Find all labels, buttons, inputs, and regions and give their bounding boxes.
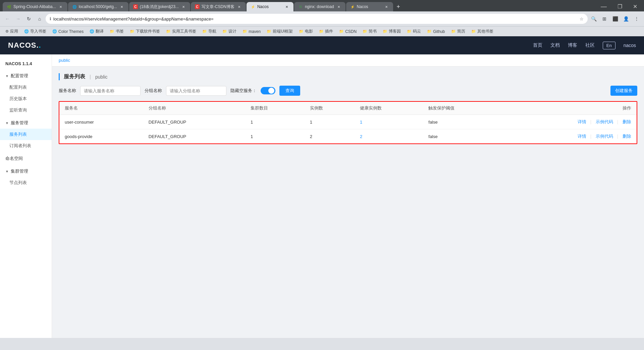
nav-docs[interactable]: 文档 <box>550 41 560 50</box>
forward-button[interactable]: → <box>13 14 23 24</box>
bookmark-nav-label: 导航 <box>208 29 216 34</box>
extensions-icon[interactable]: ⬛ <box>610 14 620 24</box>
bookmark-plugin[interactable]: 📁 插件 <box>316 28 336 35</box>
page-content: 服务列表 ｜ public 服务名称 分组名称 隐藏空服务： 查询 创建服务 <box>52 67 644 151</box>
bookmark-nav[interactable]: 📁 导航 <box>200 28 219 35</box>
tab-close-localhost[interactable]: ✕ <box>119 4 124 9</box>
tab-joker[interactable]: C (18条消息)jokerdj23... ✕ <box>129 2 190 11</box>
address-bar[interactable]: ℹ localhost/nacos/#/serviceManagement?da… <box>46 14 588 24</box>
tab-close-nacos2[interactable]: ✕ <box>384 4 389 9</box>
bookmark-movie[interactable]: 📁 电影 <box>296 28 316 35</box>
sidebar-section-service-header[interactable]: ▼ 服务管理 <box>0 117 52 129</box>
cluster-section-label: 集群管理 <box>11 168 28 174</box>
page-title: 服务列表 <box>64 73 85 80</box>
reload-button[interactable]: ↻ <box>24 14 34 24</box>
new-tab-button[interactable]: + <box>394 2 403 11</box>
tab-close-csdn[interactable]: ✕ <box>236 4 242 9</box>
sidebar-item-subscribers[interactable]: 订阅者列表 <box>0 140 52 151</box>
nav-home[interactable]: 首页 <box>533 41 542 50</box>
tab-close-spring[interactable]: ✕ <box>58 4 63 9</box>
bookmark-design[interactable]: 📁 设计 <box>220 28 239 35</box>
sidebar-section-cluster-header[interactable]: ▼ 集群管理 <box>0 166 52 177</box>
row1-threshold: false <box>423 115 501 129</box>
bookmark-icon[interactable]: ⊞ <box>600 14 609 24</box>
bookmark-apps[interactable]: ⚙ 应用 <box>3 28 21 35</box>
query-button[interactable]: 查询 <box>279 86 300 96</box>
sidebar-section-config-header[interactable]: ▼ 配置管理 <box>0 70 52 82</box>
tab-nginx[interactable]: N nginx: download ✕ <box>294 2 345 11</box>
bookmark-tools[interactable]: 📁 实用工具书签 <box>163 28 199 35</box>
sidebar-section-namespace-header[interactable]: 命名空间 <box>0 153 52 164</box>
bookmark-github[interactable]: 📁 Github <box>424 28 447 35</box>
row1-sample-link[interactable]: 示例代码 <box>596 119 613 124</box>
bookmark-translate[interactable]: 🌐 翻译 <box>87 28 106 35</box>
bookmark-jianshu[interactable]: 📁 简书 <box>360 28 379 35</box>
bookmark-bookmarks[interactable]: 📁 书签 <box>107 28 126 35</box>
home-button[interactable]: ⌂ <box>35 14 44 24</box>
bookmarks-folder-icon: 📁 <box>110 29 114 34</box>
tab-close-joker[interactable]: ✕ <box>181 4 186 9</box>
bookmark-color-themes[interactable]: 🌐 Color Themes <box>50 28 86 35</box>
tab-nacos-active[interactable]: ⚡ Nacos ✕ <box>247 2 293 11</box>
breadcrumb-link[interactable]: public <box>59 58 70 63</box>
bookmark-ui[interactable]: 📁 前端UI框架 <box>264 28 296 35</box>
config-section-label: 配置管理 <box>11 73 28 79</box>
sidebar-item-config-list[interactable]: 配置列表 <box>0 82 52 93</box>
nav-blog[interactable]: 博客 <box>568 41 577 50</box>
table-header: 服务名 分组名称 集群数目 实例数 健康实例数 触发保护阈值 操作 <box>59 102 637 115</box>
tab-title-nacos2: Nacos <box>357 4 382 9</box>
row2-detail-link[interactable]: 详情 <box>578 134 586 139</box>
service-name-input[interactable] <box>80 86 141 96</box>
bookmark-import[interactable]: 🌐 导入书签 <box>21 28 49 35</box>
language-button[interactable]: En <box>603 42 615 49</box>
bookmark-translate-label: 翻译 <box>96 29 104 34</box>
tab-close-nacos[interactable]: ✕ <box>284 4 289 9</box>
back-button[interactable]: ← <box>3 14 12 24</box>
bookmark-gitee[interactable]: 📁 码云 <box>404 28 424 35</box>
tab-spring[interactable]: 🌿 Spring-Clouid-Alibaba... ✕ <box>3 2 67 11</box>
tab-localhost[interactable]: 🌐 localhost:5000/getg... ✕ <box>68 2 128 11</box>
group-name-input[interactable] <box>166 86 226 96</box>
tab-nacos2[interactable]: ⚡ Nacos ✕ <box>346 2 393 11</box>
more-icon[interactable]: ⋮ <box>632 14 641 24</box>
minimize-button[interactable]: — <box>597 2 611 11</box>
bookmark-resume[interactable]: 📁 简历 <box>448 28 468 35</box>
bookmark-maven[interactable]: 📁 maven <box>240 28 263 35</box>
sidebar-item-monitor[interactable]: 监听查询 <box>0 104 52 116</box>
tab-csdn[interactable]: C 写文章-CSDN博客 ✕ <box>191 2 246 11</box>
row1-delete-link[interactable]: 删除 <box>623 119 631 124</box>
row1-healthy-count: 1 <box>355 115 423 129</box>
create-service-button[interactable]: 创建服务 <box>610 86 637 96</box>
close-button[interactable]: ✕ <box>629 2 641 11</box>
nav-icons: 🔍 ⊞ ⬛ 👤 ⋮ <box>589 14 641 24</box>
bookmark-download[interactable]: 📁 下载软件书签 <box>127 28 163 35</box>
bookmark-bokeyuan[interactable]: 📁 博客园 <box>380 28 404 35</box>
sidebar-item-history[interactable]: 历史版本 <box>0 93 52 104</box>
bookmark-csdn[interactable]: 📁 CSDN <box>336 28 359 35</box>
page-header: 服务列表 ｜ public <box>59 73 637 80</box>
col-service-name: 服务名 <box>59 102 143 115</box>
col-cluster-count: 集群数目 <box>245 102 305 115</box>
tab-favicon-spring: 🌿 <box>7 4 11 9</box>
tab-close-nginx[interactable]: ✕ <box>336 4 341 9</box>
maximize-button[interactable]: ❐ <box>613 2 626 11</box>
row2-sample-link[interactable]: 示例代码 <box>596 134 613 139</box>
hidden-service-toggle[interactable] <box>261 87 275 94</box>
tab-bar: 🌿 Spring-Clouid-Alibaba... ✕ 🌐 localhost… <box>0 0 644 11</box>
sidebar-item-service-list[interactable]: 服务列表 <box>0 129 52 140</box>
bokeyuan-icon: 📁 <box>383 29 387 34</box>
sidebar-version: NACOS 1.1.4 <box>0 57 52 69</box>
nav-community[interactable]: 社区 <box>585 41 595 50</box>
bookmark-others[interactable]: 📁 其他书签 <box>469 28 496 35</box>
row2-delete-link[interactable]: 删除 <box>623 134 631 139</box>
search-nav-icon[interactable]: 🔍 <box>589 14 598 24</box>
user-label[interactable]: nacos <box>624 43 636 48</box>
row1-group: DEFAULT_GROUP <box>143 115 245 129</box>
row1-detail-link[interactable]: 详情 <box>578 119 586 124</box>
star-icon[interactable]: ☆ <box>580 16 584 21</box>
tab-favicon-csdn: C <box>195 4 200 9</box>
profile-icon[interactable]: 👤 <box>621 14 631 24</box>
sidebar-item-nodes[interactable]: 节点列表 <box>0 177 52 188</box>
bookmark-bokeyuan-label: 博客园 <box>389 29 401 34</box>
row1-instance-count: 1 <box>305 115 355 129</box>
